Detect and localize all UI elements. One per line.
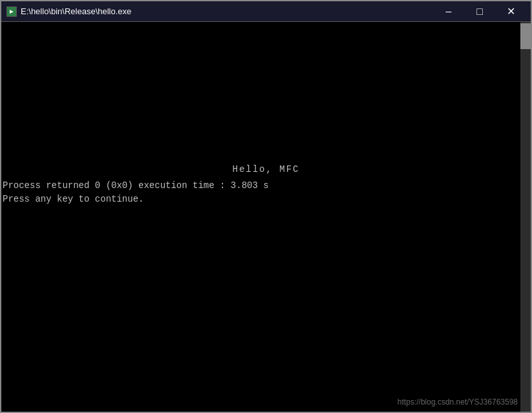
title-controls: – □ ✕	[434, 3, 526, 21]
console-window: ► E:\hello\bin\Release\hello.exe – □ ✕ H…	[0, 0, 532, 413]
close-button[interactable]: ✕	[496, 3, 526, 21]
title-bar: ► E:\hello\bin\Release\hello.exe – □ ✕	[1, 1, 531, 22]
process-output: Process returned 0 (0x0) execution time …	[1, 179, 531, 193]
window-title: E:\hello\bin\Release\hello.exe	[21, 6, 131, 16]
window-icon: ►	[6, 6, 17, 17]
scrollbar-thumb[interactable]	[520, 23, 531, 49]
press-output: Press any key to continue.	[1, 193, 531, 206]
title-bar-left: ► E:\hello\bin\Release\hello.exe	[6, 6, 131, 17]
minimize-button[interactable]: –	[434, 3, 463, 21]
console-content: Hello, MFC Process returned 0 (0x0) exec…	[1, 22, 531, 412]
scrollbar[interactable]	[520, 22, 531, 412]
restore-button[interactable]: □	[465, 3, 495, 21]
watermark: https://blog.csdn.net/YSJ36763598	[398, 397, 518, 407]
console-area: Hello, MFC Process returned 0 (0x0) exec…	[1, 22, 531, 412]
hello-output: Hello, MFC	[1, 163, 531, 176]
